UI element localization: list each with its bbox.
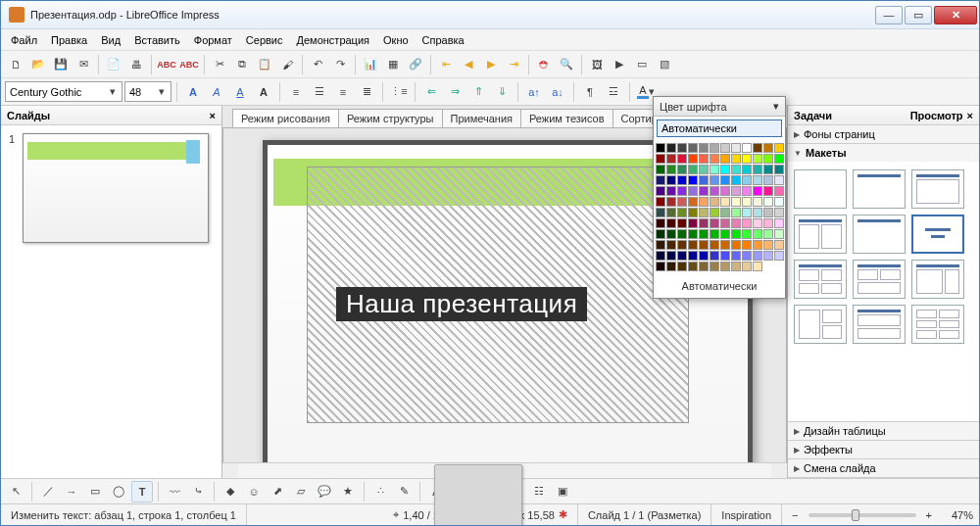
paintbrush-icon[interactable]: 🖌 [276, 54, 298, 75]
color-swatch[interactable] [656, 165, 665, 174]
block-arrows-icon[interactable]: ⬈ [267, 481, 288, 502]
color-swatch[interactable] [763, 154, 773, 164]
flowchart-icon[interactable]: ▱ [290, 481, 312, 502]
color-swatch[interactable] [753, 208, 762, 217]
color-swatch[interactable] [774, 240, 784, 250]
paste-icon[interactable]: 📋 [254, 54, 275, 75]
color-swatch[interactable] [720, 262, 730, 271]
color-swatch[interactable] [720, 165, 730, 174]
color-swatch[interactable] [774, 208, 784, 217]
symbol-shapes-icon[interactable]: ☺ [243, 481, 265, 502]
line-icon[interactable]: ／ [37, 481, 59, 502]
color-popup-pin-icon[interactable]: ▾ [773, 100, 779, 113]
spellcheck-icon[interactable]: ABC [156, 54, 177, 75]
promote-icon[interactable]: ⇐ [420, 81, 442, 103]
slide-icon[interactable]: ▭ [631, 54, 653, 75]
color-swatch[interactable] [731, 197, 741, 207]
color-swatch[interactable] [763, 251, 773, 261]
color-swatch[interactable] [677, 240, 687, 250]
color-swatch[interactable] [677, 143, 687, 153]
color-swatch[interactable] [677, 197, 687, 207]
help-icon[interactable]: ⛑ [533, 54, 555, 75]
color-swatch[interactable] [666, 240, 676, 250]
color-swatch[interactable] [731, 262, 741, 271]
layout-3boxes[interactable] [853, 260, 906, 299]
color-swatch[interactable] [656, 229, 665, 239]
color-swatch[interactable] [720, 218, 730, 228]
color-swatch[interactable] [710, 251, 719, 261]
tasks-view-label[interactable]: Просмотр [910, 110, 963, 121]
demote-icon[interactable]: ⇒ [444, 81, 466, 103]
connector-icon[interactable]: ⤷ [187, 481, 209, 502]
color-swatch[interactable] [688, 251, 698, 261]
redo-icon[interactable]: ↷ [329, 54, 351, 75]
color-swatch[interactable] [720, 229, 730, 239]
slideshow-icon[interactable]: ▶ [609, 54, 630, 75]
align-justify-icon[interactable]: ≣ [356, 81, 377, 103]
color-swatch[interactable] [753, 251, 762, 261]
color-swatch[interactable] [720, 197, 730, 207]
color-swatch[interactable] [742, 208, 752, 217]
color-swatch[interactable] [742, 218, 752, 228]
color-swatch[interactable] [699, 186, 709, 196]
color-swatch[interactable] [666, 175, 676, 185]
layout-blank[interactable] [794, 169, 847, 209]
color-swatch[interactable] [666, 229, 676, 239]
align-left-icon[interactable]: ≡ [285, 81, 307, 103]
color-swatch[interactable] [710, 154, 719, 164]
color-swatch[interactable] [688, 240, 698, 250]
italic-icon[interactable]: A [206, 81, 227, 103]
color-swatch[interactable] [688, 154, 698, 164]
layout-6[interactable] [911, 305, 964, 344]
bullets-icon[interactable]: ⋮≡ [388, 81, 410, 103]
color-swatch[interactable] [763, 143, 773, 153]
pdf-icon[interactable]: 📄 [103, 54, 124, 75]
color-swatch[interactable] [763, 229, 773, 239]
color-swatch[interactable] [774, 251, 784, 261]
section-table[interactable]: ▶Дизайн таблицы [788, 422, 979, 440]
color-swatch[interactable] [710, 208, 719, 217]
color-swatch[interactable] [742, 262, 752, 271]
color-swatch[interactable] [774, 154, 784, 164]
layout-centered[interactable] [911, 215, 964, 254]
color-swatch[interactable] [699, 208, 709, 217]
color-swatch[interactable] [666, 186, 676, 196]
color-swatch[interactable] [753, 197, 762, 207]
color-swatch[interactable] [720, 186, 730, 196]
color-swatch[interactable] [710, 165, 719, 174]
layout-title-only[interactable] [853, 215, 906, 254]
color-swatch[interactable] [656, 154, 665, 164]
color-swatch[interactable] [731, 186, 741, 196]
color-swatch[interactable] [731, 165, 741, 174]
save-icon[interactable]: 💾 [50, 54, 72, 75]
color-swatch[interactable] [742, 197, 752, 207]
points-icon[interactable]: ∴ [369, 481, 391, 502]
color-swatch[interactable] [656, 208, 665, 217]
move-up-icon[interactable]: ⇑ [467, 81, 489, 103]
color-swatch[interactable] [677, 186, 687, 196]
menu-tools[interactable]: Сервис [240, 32, 289, 48]
color-swatch[interactable] [666, 143, 676, 153]
align-center-icon[interactable]: ☰ [309, 81, 330, 103]
slide-title-text[interactable]: Наша презентация [336, 287, 587, 321]
pointer-icon[interactable]: ↖ [5, 481, 26, 502]
copy-icon[interactable]: ⧉ [231, 54, 253, 75]
color-swatch[interactable] [753, 143, 762, 153]
tasks-close-icon[interactable]: × [967, 110, 973, 121]
color-swatch[interactable] [742, 175, 752, 185]
basic-shapes-icon[interactable]: ◆ [220, 481, 241, 502]
color-swatch[interactable] [677, 229, 687, 239]
color-swatch[interactable] [710, 262, 719, 271]
color-swatch[interactable] [763, 208, 773, 217]
zoom-value[interactable]: 47% [942, 504, 979, 525]
color-swatch[interactable] [742, 154, 752, 164]
section-backgrounds[interactable]: ▶ Фоны страниц [788, 125, 979, 143]
color-swatch[interactable] [688, 262, 698, 271]
color-swatch[interactable] [753, 154, 762, 164]
color-swatch[interactable] [688, 229, 698, 239]
color-swatch[interactable] [688, 208, 698, 217]
color-swatch[interactable] [677, 218, 687, 228]
color-swatch[interactable] [731, 251, 741, 261]
color-swatch[interactable] [774, 175, 784, 185]
stars-icon[interactable]: ★ [337, 481, 359, 502]
